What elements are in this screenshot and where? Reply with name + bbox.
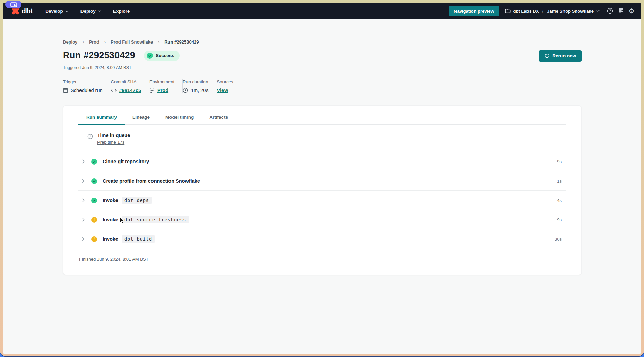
database-icon xyxy=(149,88,155,93)
tab-artifacts[interactable]: Artifacts xyxy=(201,115,236,125)
finished-timestamp: Finished Jun 9, 2024, 8:01 AM BST xyxy=(78,249,566,265)
warning-icon: ! xyxy=(91,217,97,223)
top-navbar: dbt Develop Deploy Explore Navigation pr… xyxy=(3,3,641,19)
step-row-dbt-source-freshness[interactable]: ! Invokedbt source freshness 9s xyxy=(78,210,566,229)
time-in-queue-row: Time in queue Prep time 17s xyxy=(78,125,566,152)
breadcrumb-job[interactable]: Prod Full Snowflake xyxy=(111,39,153,45)
folder-icon xyxy=(505,8,511,13)
command-code-chip: dbt source freshness xyxy=(122,216,189,223)
breadcrumb-separator: › xyxy=(158,40,159,45)
warning-icon: ! xyxy=(91,236,97,242)
chevron-down-icon xyxy=(596,10,600,12)
account-name: dbt Labs DX xyxy=(513,8,539,14)
status-badge: Success xyxy=(144,51,180,61)
commit-sha-link[interactable]: #9a147c5 xyxy=(119,88,141,93)
step-row-clone-git[interactable]: Clone git repository 9s xyxy=(78,152,566,171)
breadcrumb-run: Run #292530429 xyxy=(164,39,199,45)
chevron-down-icon xyxy=(98,10,101,12)
nav-menus: Develop Deploy Explore xyxy=(45,8,130,14)
tab-model-timing[interactable]: Model timing xyxy=(158,115,201,125)
sources-view-link[interactable]: View xyxy=(217,88,228,93)
chevron-right-icon[interactable] xyxy=(82,198,87,202)
code-icon xyxy=(111,88,117,92)
tab-run-summary[interactable]: Run summary xyxy=(78,115,125,125)
clock-icon xyxy=(183,88,188,93)
run-duration-value: 1m, 20s xyxy=(191,88,209,93)
step-duration: 1s xyxy=(557,178,562,184)
step-row-dbt-deps[interactable]: Invokedbt deps 4s xyxy=(78,190,566,210)
step-label: Invokedbt deps xyxy=(103,197,152,204)
meta-run-duration: Run duration 1m, 20s xyxy=(183,79,217,93)
triggered-timestamp: Triggered Jun 9, 2024, 8:00 AM BST xyxy=(63,65,180,70)
navigation-preview-button[interactable]: Navigation preview xyxy=(449,6,499,16)
queue-title: Time in queue xyxy=(97,133,130,138)
run-tabs: Run summary Lineage Model timing Artifac… xyxy=(78,115,566,125)
nav-menu-deploy[interactable]: Deploy xyxy=(80,8,101,14)
project-name: Jaffle Shop Snowflake xyxy=(547,8,594,14)
success-check-icon xyxy=(147,53,153,59)
screenshare-icon xyxy=(10,2,17,7)
breadcrumb-deploy[interactable]: Deploy xyxy=(63,39,77,45)
dbt-logo-text: dbt xyxy=(22,7,33,15)
tab-lineage[interactable]: Lineage xyxy=(125,115,158,125)
app-window: dbt Develop Deploy Explore Navigation pr… xyxy=(3,3,641,354)
chevron-right-icon[interactable] xyxy=(82,218,87,222)
step-label: Invokedbt build xyxy=(103,235,155,243)
chevron-right-icon[interactable] xyxy=(82,159,87,164)
breadcrumb-prod[interactable]: Prod xyxy=(89,39,99,45)
step-row-create-profile[interactable]: Create profile from connection Snowflake… xyxy=(78,171,566,190)
step-label: Create profile from connection Snowflake xyxy=(103,178,200,184)
run-detail-page: Deploy › Prod › Prod Full Snowflake › Ru… xyxy=(3,19,641,275)
run-summary-card: Run summary Lineage Model timing Artifac… xyxy=(63,105,582,275)
chevron-right-icon[interactable] xyxy=(82,179,87,183)
refresh-icon xyxy=(544,53,550,58)
rerun-now-button[interactable]: Rerun now xyxy=(539,50,582,62)
page-title: Run #292530429 xyxy=(63,50,135,61)
screenshare-indicator[interactable] xyxy=(5,1,21,8)
command-code-chip: dbt build xyxy=(122,235,155,243)
step-label: Invokedbt source freshness xyxy=(103,216,189,223)
account-project-separator: / xyxy=(541,8,544,14)
breadcrumb: Deploy › Prod › Prod Full Snowflake › Ru… xyxy=(63,39,582,45)
step-duration: 9s xyxy=(557,217,562,222)
trigger-value: Scheduled run xyxy=(71,88,103,93)
status-label: Success xyxy=(156,53,174,58)
meta-commit-sha: Commit SHA #9a147c5 xyxy=(111,79,149,93)
calendar-icon xyxy=(63,88,68,93)
step-duration: 4s xyxy=(557,198,562,203)
chevron-down-icon xyxy=(65,10,68,12)
breadcrumb-separator: › xyxy=(83,40,84,45)
chevron-right-icon[interactable] xyxy=(82,237,87,241)
step-duration: 30s xyxy=(555,237,562,242)
queue-clock-icon xyxy=(87,134,93,141)
nav-icon-cluster: ⚙ xyxy=(607,8,634,14)
project-picker[interactable]: dbt Labs DX / Jaffle Shop Snowflake xyxy=(505,8,600,14)
meta-environment: Environment Prod xyxy=(149,79,182,93)
feedback-icon[interactable] xyxy=(618,8,624,14)
settings-gear-icon[interactable]: ⚙ xyxy=(629,8,634,14)
run-header: Run #292530429 Success Triggered Jun 9, … xyxy=(63,50,582,70)
step-label: Clone git repository xyxy=(103,159,149,164)
breadcrumb-separator: › xyxy=(104,40,106,45)
step-row-dbt-build[interactable]: ! Invokedbt build 30s xyxy=(78,229,566,249)
meta-trigger: Trigger Scheduled run xyxy=(63,79,111,93)
success-check-icon xyxy=(91,178,97,184)
step-duration: 9s xyxy=(557,159,562,164)
environment-link[interactable]: Prod xyxy=(157,88,168,93)
nav-right-cluster: Navigation preview dbt Labs DX / Jaffle … xyxy=(449,6,634,16)
command-code-chip: dbt deps xyxy=(122,197,152,204)
prep-time-link[interactable]: Prep time 17s xyxy=(97,140,124,145)
help-icon[interactable] xyxy=(607,8,613,14)
meta-sources: Sources View xyxy=(217,79,242,93)
success-check-icon xyxy=(91,159,97,165)
nav-menu-develop[interactable]: Develop xyxy=(45,8,68,14)
run-meta-row: Trigger Scheduled run Commit SHA #9a147c… xyxy=(63,79,582,93)
success-check-icon xyxy=(91,198,97,203)
nav-menu-explore[interactable]: Explore xyxy=(113,8,130,14)
